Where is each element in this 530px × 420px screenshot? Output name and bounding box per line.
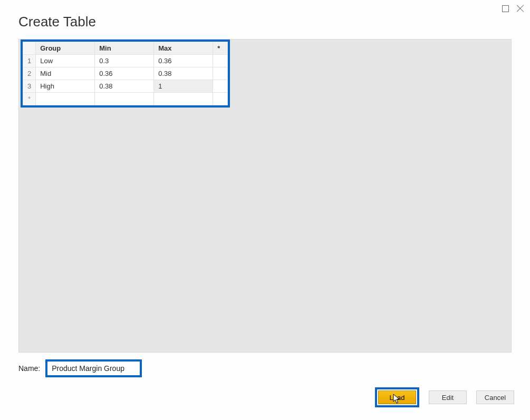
cell-group[interactable]: Mid bbox=[36, 67, 95, 80]
row-header-blank bbox=[23, 42, 36, 55]
window-controls bbox=[502, 4, 525, 13]
load-button-highlight: Load bbox=[375, 387, 419, 407]
edit-button[interactable]: Edit bbox=[429, 390, 467, 404]
dialog-title: Create Table bbox=[18, 14, 96, 30]
name-input[interactable] bbox=[47, 362, 140, 375]
column-header-group[interactable]: Group bbox=[36, 42, 95, 55]
new-row[interactable]: * bbox=[23, 93, 228, 105]
cell-min[interactable]: 0.38 bbox=[95, 80, 154, 93]
cell-max[interactable]: 0.36 bbox=[154, 55, 213, 67]
cell-empty[interactable] bbox=[36, 93, 95, 105]
cell-blank bbox=[213, 93, 228, 105]
row-number: 2 bbox=[23, 67, 36, 80]
dialog-buttons: Load Edit Cancel bbox=[375, 387, 514, 407]
cell-min[interactable]: 0.3 bbox=[95, 55, 154, 67]
cell-blank bbox=[213, 80, 228, 93]
cell-max-selected[interactable]: 1 bbox=[154, 80, 213, 93]
maximize-icon[interactable] bbox=[502, 5, 509, 12]
name-row: Name: bbox=[18, 359, 142, 377]
column-header-max[interactable]: Max bbox=[154, 42, 213, 55]
cell-min[interactable]: 0.36 bbox=[95, 67, 154, 80]
table-row[interactable]: 3 High 0.38 1 bbox=[23, 80, 228, 93]
data-grid[interactable]: Group Min Max * 1 Low 0.3 0.36 bbox=[23, 42, 228, 105]
cell-max[interactable]: 0.38 bbox=[154, 67, 213, 80]
column-header-min[interactable]: Min bbox=[95, 42, 154, 55]
create-table-dialog: Create Table Group Min Max * 1 Low bbox=[0, 0, 530, 420]
table-row[interactable]: 1 Low 0.3 0.36 bbox=[23, 55, 228, 67]
name-input-highlight bbox=[45, 359, 142, 377]
row-number: 1 bbox=[23, 55, 36, 67]
table-canvas: Group Min Max * 1 Low 0.3 0.36 bbox=[18, 39, 512, 353]
cell-empty[interactable] bbox=[154, 93, 213, 105]
cell-empty[interactable] bbox=[95, 93, 154, 105]
cell-group[interactable]: High bbox=[36, 80, 95, 93]
cell-blank bbox=[213, 67, 228, 80]
add-column-button[interactable]: * bbox=[213, 42, 228, 55]
new-row-marker: * bbox=[23, 93, 36, 105]
close-icon[interactable] bbox=[516, 4, 525, 13]
cell-group[interactable]: Low bbox=[36, 55, 95, 67]
table-row[interactable]: 2 Mid 0.36 0.38 bbox=[23, 67, 228, 80]
cancel-button[interactable]: Cancel bbox=[476, 390, 514, 404]
row-number: 3 bbox=[23, 80, 36, 93]
data-grid-highlight: Group Min Max * 1 Low 0.3 0.36 bbox=[21, 40, 230, 108]
name-label: Name: bbox=[18, 364, 40, 373]
cell-blank bbox=[213, 55, 228, 67]
load-button[interactable]: Load bbox=[378, 390, 416, 404]
header-row: Group Min Max * bbox=[23, 42, 228, 55]
